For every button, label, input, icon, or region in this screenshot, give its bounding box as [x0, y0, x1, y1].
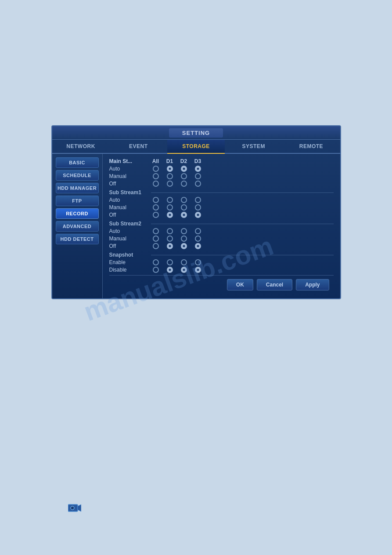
sub-stream1-title: Sub Stream1	[109, 189, 149, 196]
sub-stream2-auto-row: Auto	[109, 228, 334, 234]
radio-ss1-off-d1[interactable]	[167, 212, 173, 218]
radio-ms-off-d2[interactable]	[181, 181, 187, 187]
radio-ss2-manual-d2[interactable]	[181, 236, 187, 242]
radio-ms-manual-d1[interactable]	[167, 173, 173, 179]
radio-ss2-manual-d3[interactable]	[195, 236, 201, 242]
sidebar-btn-record[interactable]: RECORD	[56, 208, 99, 219]
radio-ss1-auto-d2[interactable]	[181, 197, 187, 203]
radio-ss1-off-d2[interactable]	[181, 212, 187, 218]
sub-stream2-off-row: Off	[109, 243, 334, 249]
sub-stream2-off-label: Off	[109, 243, 149, 249]
radio-snap-disable-d3[interactable]	[195, 267, 201, 273]
tab-storage[interactable]: STORAGE	[167, 140, 225, 154]
radio-ss2-manual-d1[interactable]	[167, 236, 173, 242]
nav-tabs: NETWORK EVENT STORAGE SYSTEM REMOTE	[52, 140, 340, 154]
main-stream-manual-label: Manual	[109, 173, 149, 179]
main-stream-auto-d1[interactable]	[163, 166, 177, 172]
radio-ss1-auto-d3[interactable]	[195, 197, 201, 203]
sidebar-btn-basic[interactable]: BASIC	[56, 157, 99, 168]
camera-icon	[68, 503, 81, 513]
cancel-button[interactable]: Cancel	[257, 279, 292, 290]
radio-ss2-off-all[interactable]	[153, 243, 159, 249]
sub-stream2-manual-label: Manual	[109, 236, 149, 242]
radio-snap-disable-all[interactable]	[153, 267, 159, 273]
radio-ss1-auto-d1[interactable]	[167, 197, 173, 203]
main-stream-auto-label: Auto	[109, 166, 149, 172]
radio-ms-off-all[interactable]	[153, 181, 159, 187]
sidebar-btn-schedule[interactable]: SCHEDULE	[56, 170, 99, 181]
sidebar: BASIC SCHEDULE HDD MANAGER FTP RECORD AD…	[52, 154, 103, 298]
sub-stream2-header: Sub Stream2	[109, 221, 334, 227]
radio-snap-enable-d1[interactable]	[167, 259, 173, 265]
main-stream-section: Main St... All D1 D2 D3 Auto	[109, 158, 334, 187]
sidebar-btn-hdd-detect[interactable]: HDD DETECT	[56, 234, 99, 244]
svg-point-2	[71, 506, 74, 510]
radio-ms-off-d1[interactable]	[167, 181, 173, 187]
tab-remote[interactable]: REMOTE	[282, 140, 340, 153]
main-stream-auto-all[interactable]	[149, 166, 163, 172]
radio-ms-auto-d1[interactable]	[167, 166, 173, 172]
page-wrapper: SETTING NETWORK EVENT STORAGE SYSTEM REM…	[0, 0, 392, 555]
window-title: SETTING	[169, 128, 223, 138]
content-area: BASIC SCHEDULE HDD MANAGER FTP RECORD AD…	[52, 154, 340, 298]
ok-button[interactable]: OK	[227, 279, 253, 290]
radio-ss1-manual-d3[interactable]	[195, 204, 201, 210]
radio-ss1-off-all[interactable]	[153, 212, 159, 218]
radio-ss1-manual-all[interactable]	[153, 204, 159, 210]
radio-snap-enable-d2[interactable]	[181, 259, 187, 265]
radio-snap-disable-d2[interactable]	[181, 267, 187, 273]
sub-stream1-header: Sub Stream1	[109, 189, 334, 196]
radio-ms-auto-all[interactable]	[153, 166, 159, 172]
radio-snap-enable-d3[interactable]	[195, 259, 201, 265]
main-stream-headers: Main St... All D1 D2 D3	[109, 158, 334, 164]
radio-ss2-manual-all[interactable]	[153, 236, 159, 242]
snapshot-enable-label: Enable	[109, 259, 149, 265]
radio-ms-manual-all[interactable]	[153, 173, 159, 179]
radio-ms-auto-d2[interactable]	[181, 166, 187, 172]
radio-ss2-off-d3[interactable]	[195, 243, 201, 249]
snapshot-disable-label: Disable	[109, 267, 149, 273]
snapshot-section: Snapshot Enable Disable	[109, 252, 334, 273]
radio-ms-manual-d3[interactable]	[195, 173, 201, 179]
apply-button[interactable]: Apply	[296, 279, 329, 290]
radio-ms-off-d3[interactable]	[195, 181, 201, 187]
sub-stream1-manual-label: Manual	[109, 204, 149, 210]
radio-ss2-off-d2[interactable]	[181, 243, 187, 249]
sidebar-btn-ftp[interactable]: FTP	[56, 196, 99, 206]
sub-stream1-off-row: Off	[109, 212, 334, 218]
tab-event[interactable]: EVENT	[110, 140, 167, 153]
sub-stream1-divider	[151, 192, 334, 193]
radio-ss1-manual-d1[interactable]	[167, 204, 173, 210]
snapshot-enable-row: Enable	[109, 259, 334, 265]
radio-ss2-off-d1[interactable]	[167, 243, 173, 249]
tab-system[interactable]: SYSTEM	[225, 140, 282, 153]
radio-ms-auto-d3[interactable]	[195, 166, 201, 172]
radio-ss2-auto-d2[interactable]	[181, 228, 187, 234]
sub-stream1-manual-row: Manual	[109, 204, 334, 210]
sub-stream2-manual-row: Manual	[109, 236, 334, 242]
svg-marker-1	[78, 504, 81, 511]
main-stream-title: Main St...	[109, 158, 149, 164]
main-stream-auto-d2[interactable]	[177, 166, 191, 172]
radio-snap-disable-d1[interactable]	[167, 267, 173, 273]
radio-ss1-off-d3[interactable]	[195, 212, 201, 218]
radio-ss1-auto-all[interactable]	[153, 197, 159, 203]
sub-stream1-auto-label: Auto	[109, 197, 149, 203]
radio-ss2-auto-d3[interactable]	[195, 228, 201, 234]
main-stream-auto-row: Auto	[109, 166, 334, 172]
main-stream-off-row: Off	[109, 181, 334, 187]
main-stream-off-label: Off	[109, 181, 149, 187]
radio-ss1-manual-d2[interactable]	[181, 204, 187, 210]
sub-stream1-off-label: Off	[109, 212, 149, 218]
radio-ms-manual-d2[interactable]	[181, 173, 187, 179]
tab-network[interactable]: NETWORK	[52, 140, 110, 153]
snapshot-divider	[151, 255, 334, 255]
radio-ss2-auto-all[interactable]	[153, 228, 159, 234]
radio-ss2-auto-d1[interactable]	[167, 228, 173, 234]
main-stream-auto-d3[interactable]	[191, 166, 205, 172]
radio-snap-enable-all[interactable]	[153, 259, 159, 265]
sidebar-btn-hdd-manager[interactable]: HDD MANAGER	[56, 183, 99, 193]
snapshot-header: Snapshot	[109, 252, 334, 258]
sub-stream2-section: Sub Stream2 Auto Manual	[109, 221, 334, 249]
sidebar-btn-advanced[interactable]: ADVANCED	[56, 221, 99, 232]
